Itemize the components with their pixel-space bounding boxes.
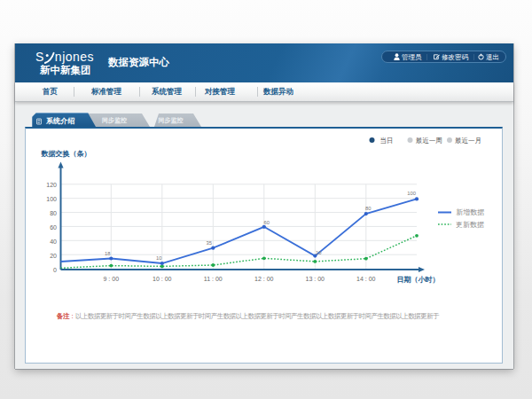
svg-text:10 : 00: 10 : 00 bbox=[153, 276, 172, 282]
svg-text:数据交换（条）: 数据交换（条） bbox=[41, 150, 91, 158]
svg-text:20: 20 bbox=[50, 253, 57, 259]
svg-text:100: 100 bbox=[46, 196, 57, 202]
svg-text:最近一周: 最近一周 bbox=[416, 137, 442, 145]
svg-text:13 : 00: 13 : 00 bbox=[306, 276, 325, 282]
svg-text:80: 80 bbox=[50, 210, 57, 216]
svg-text:新增数据: 新增数据 bbox=[456, 208, 484, 216]
svg-text:最近一月: 最近一月 bbox=[455, 137, 481, 145]
svg-text:日期（小时）: 日期（小时） bbox=[397, 276, 440, 284]
svg-text:18: 18 bbox=[105, 251, 110, 256]
svg-text:35: 35 bbox=[207, 240, 212, 246]
svg-text:12 : 00: 12 : 00 bbox=[254, 276, 274, 282]
svg-text:0: 0 bbox=[53, 267, 57, 273]
svg-text:更新数据: 更新数据 bbox=[456, 221, 484, 229]
svg-text:40: 40 bbox=[50, 239, 57, 245]
svg-text:当日: 当日 bbox=[380, 137, 394, 145]
svg-text:120: 120 bbox=[46, 182, 57, 188]
svg-text:60: 60 bbox=[264, 220, 270, 225]
svg-text:11 : 00: 11 : 00 bbox=[204, 276, 223, 282]
svg-text:9 : 00: 9 : 00 bbox=[104, 276, 120, 282]
svg-text:60: 60 bbox=[50, 224, 57, 231]
svg-text:14 : 00: 14 : 00 bbox=[356, 276, 376, 282]
svg-text:100: 100 bbox=[407, 191, 416, 196]
svg-text:10: 10 bbox=[316, 250, 321, 255]
svg-text:80: 80 bbox=[365, 206, 371, 211]
svg-text:10: 10 bbox=[156, 255, 161, 261]
